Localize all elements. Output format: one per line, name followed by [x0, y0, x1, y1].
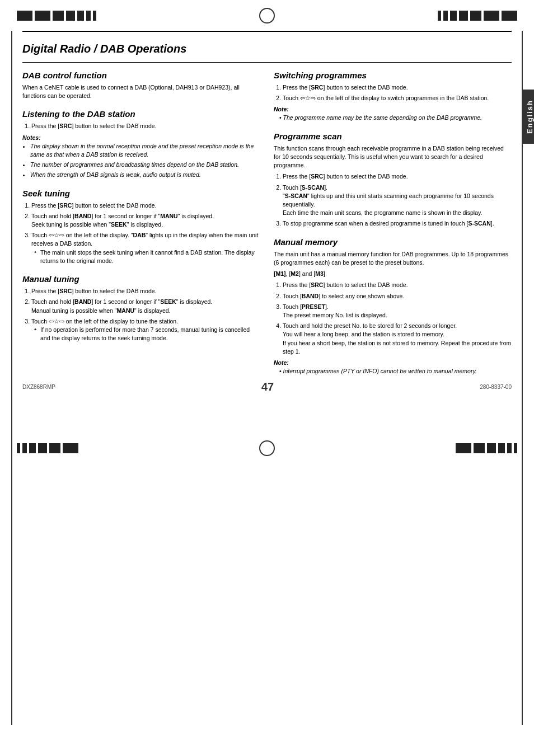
section-title-manual-tuning: Manual tuning [22, 274, 260, 284]
scan-step-1: Press the [SRC] button to select the DAB… [283, 172, 512, 181]
top-rule [22, 31, 512, 32]
manual-memory-buttons: [M1], [M2] and [M3] [274, 270, 512, 278]
two-column-layout: DAB control function When a CeNET cable … [22, 71, 512, 377]
bar-seg [53, 11, 64, 21]
bar-seg [22, 443, 27, 453]
model-number: DXZ868RMP [22, 384, 55, 390]
section-title-seek-tuning: Seek tuning [22, 189, 260, 198]
bar-seg [502, 11, 517, 21]
manual-memory-intro: The main unit has a manual memory functi… [274, 250, 512, 267]
bar-seg [498, 443, 505, 453]
bar-seg [470, 11, 481, 21]
bar-seg [93, 11, 96, 21]
seek-step-3: Touch ⇦☆⇨ on the left of the display. "D… [31, 231, 260, 265]
section-title-switching: Switching programmes [274, 71, 512, 80]
manual-tuning-step-2: Touch and hold [BAND] for 1 second or lo… [31, 298, 260, 314]
right-column: Switching programmes Press the [SRC] but… [274, 71, 512, 377]
listening-note-2: The number of programmes and broadcastin… [30, 161, 260, 169]
bar-seg [35, 11, 50, 21]
seek-step-1: Press the [SRC] button to select the DAB… [31, 201, 260, 210]
circle-decoration [259, 8, 275, 24]
manual-tuning-sub-note: If no operation is performed for more th… [31, 326, 260, 342]
memory-note: Interrupt programmes (PTY or INFO) canno… [274, 367, 512, 375]
memory-step-4: Touch and hold the preset No. to be stor… [283, 322, 512, 356]
bar-seg [17, 443, 20, 453]
bar-seg [487, 443, 496, 453]
manual-tuning-step-1: Press the [SRC] button to select the DAB… [31, 287, 260, 295]
bar-seg [49, 443, 60, 453]
bar-seg [77, 11, 84, 21]
manual-memory-steps: Press the [SRC] button to select the DAB… [274, 281, 512, 356]
memory-step-3: Touch [PRESET].The preset memory No. lis… [283, 303, 512, 320]
memory-note-label: Note: [274, 359, 512, 366]
page-title: Digital Radio / DAB Operations [22, 34, 512, 63]
programme-scan-steps: Press the [SRC] button to select the DAB… [274, 172, 512, 228]
manual-tuning-step-3: Touch ⇦☆⇨ on the left of the display to … [31, 317, 260, 343]
doc-number: 280-8337-00 [480, 384, 512, 390]
manual-tuning-steps: Press the [SRC] button to select the DAB… [22, 287, 260, 342]
bottom-decorative-bar [0, 433, 534, 463]
listening-notes: The display shown in the normal receptio… [22, 142, 260, 180]
switching-step-2: Touch ⇦☆⇨ on the left of the display to … [283, 94, 512, 102]
listening-step-1: Press the [SRC] button to select the DAB… [31, 122, 260, 130]
memory-step-1: Press the [SRC] button to select the DAB… [283, 281, 512, 289]
bar-seg [443, 11, 448, 21]
switching-step-1: Press the [SRC] button to select the DAB… [283, 83, 512, 92]
bar-seg [456, 443, 471, 453]
listening-note-3: When the strength of DAB signals is weak… [30, 171, 260, 179]
bar-seg [63, 443, 78, 453]
bar-seg [86, 11, 91, 21]
seek-step-2: Touch and hold [BAND] for 1 second or lo… [31, 212, 260, 229]
bar-seg [514, 443, 517, 453]
programme-scan-intro: This function scans through each receiva… [274, 144, 512, 170]
top-decorative-bar [0, 0, 534, 31]
section-title-listening: Listening to the DAB station [22, 109, 260, 119]
page-content: Digital Radio / DAB Operations DAB contr… [0, 31, 534, 421]
bar-seg [38, 443, 47, 453]
memory-step-2: Touch [BAND] to select any one shown abo… [283, 292, 512, 300]
left-column: DAB control function When a CeNET cable … [22, 71, 260, 377]
bar-seg [459, 11, 468, 21]
listening-note-1: The display shown in the normal receptio… [30, 142, 260, 159]
listening-notes-label: Notes: [22, 134, 260, 141]
circle-decoration-bottom [259, 440, 275, 456]
listening-steps: Press the [SRC] button to select the DAB… [22, 122, 260, 130]
seek-sub-note: The main unit stops the seek tuning when… [31, 248, 260, 265]
page-footer: DXZ868RMP 47 280-8337-00 [22, 377, 512, 399]
section-title-programme-scan: Programme scan [274, 132, 512, 141]
section-title-manual-memory: Manual memory [274, 237, 512, 247]
bar-seg [66, 11, 75, 21]
bar-seg [484, 11, 499, 21]
dab-control-para: When a CeNET cable is used to connect a … [22, 83, 260, 100]
seek-tuning-steps: Press the [SRC] button to select the DAB… [22, 201, 260, 266]
switching-note-label: Note: [274, 106, 512, 112]
scan-step-3: To stop programme scan when a desired pr… [283, 219, 512, 228]
bar-seg [438, 11, 441, 21]
switching-note: The programme name may be the same depen… [274, 114, 512, 122]
bar-seg [474, 443, 485, 453]
section-title-dab-control: DAB control function [22, 71, 260, 80]
bar-seg [17, 11, 32, 21]
switching-steps: Press the [SRC] button to select the DAB… [274, 83, 512, 102]
page-number: 47 [261, 381, 274, 393]
scan-step-2: Touch [S-SCAN]."S-SCAN" lights up and th… [283, 184, 512, 218]
bar-seg [450, 11, 457, 21]
bar-seg [29, 443, 36, 453]
bar-seg [507, 443, 512, 453]
